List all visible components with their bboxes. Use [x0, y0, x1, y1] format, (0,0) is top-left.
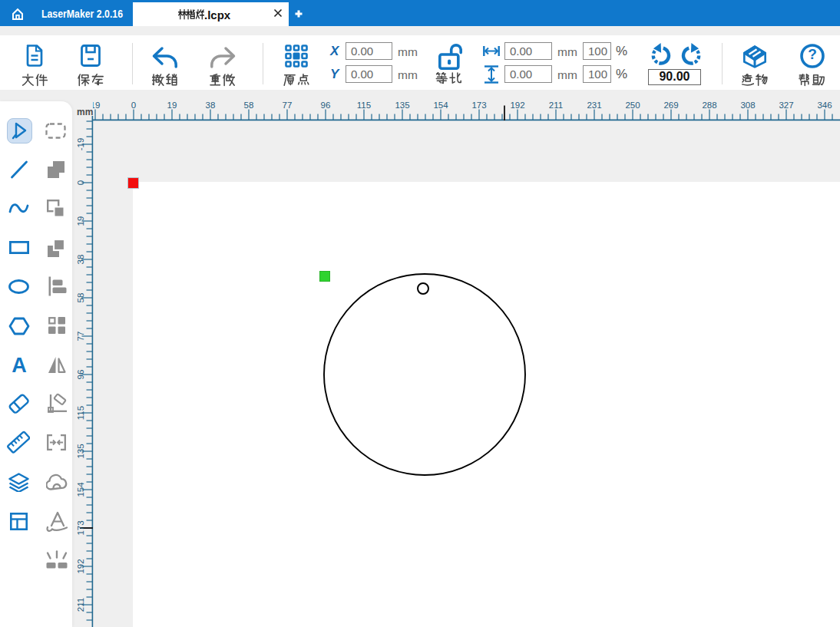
svg-text:19: 19: [167, 101, 177, 110]
svg-text:96: 96: [321, 101, 331, 110]
svg-text:38: 38: [206, 101, 216, 110]
svg-text:173: 173: [471, 101, 486, 110]
svg-text:-19: -19: [77, 138, 85, 151]
svg-text:211: 211: [77, 598, 85, 612]
svg-text:115: 115: [357, 101, 371, 110]
svg-text:327: 327: [779, 101, 793, 110]
svg-text:115: 115: [77, 406, 85, 420]
svg-text:77: 77: [77, 332, 85, 342]
svg-text:192: 192: [77, 559, 85, 573]
svg-text:288: 288: [702, 101, 716, 110]
svg-text:135: 135: [77, 444, 85, 458]
svg-text:96: 96: [77, 370, 85, 380]
svg-text:250: 250: [625, 101, 640, 110]
svg-text:38: 38: [77, 255, 85, 265]
svg-text:135: 135: [395, 101, 409, 110]
svg-text:0: 0: [131, 101, 136, 110]
svg-text:58: 58: [77, 293, 85, 303]
svg-text:77: 77: [283, 101, 293, 110]
svg-text:0: 0: [77, 180, 85, 185]
svg-text:269: 269: [663, 101, 678, 110]
svg-text:346: 346: [817, 101, 832, 110]
svg-text:231: 231: [587, 101, 601, 110]
svg-text:211: 211: [549, 101, 563, 110]
svg-text:154: 154: [433, 101, 448, 110]
svg-text:192: 192: [510, 101, 524, 110]
svg-text:19: 19: [77, 216, 85, 226]
svg-text:19: 19: [93, 101, 100, 110]
svg-text:58: 58: [244, 101, 254, 110]
svg-text:308: 308: [740, 101, 755, 110]
svg-text:173: 173: [77, 520, 85, 535]
svg-text:154: 154: [77, 482, 85, 497]
